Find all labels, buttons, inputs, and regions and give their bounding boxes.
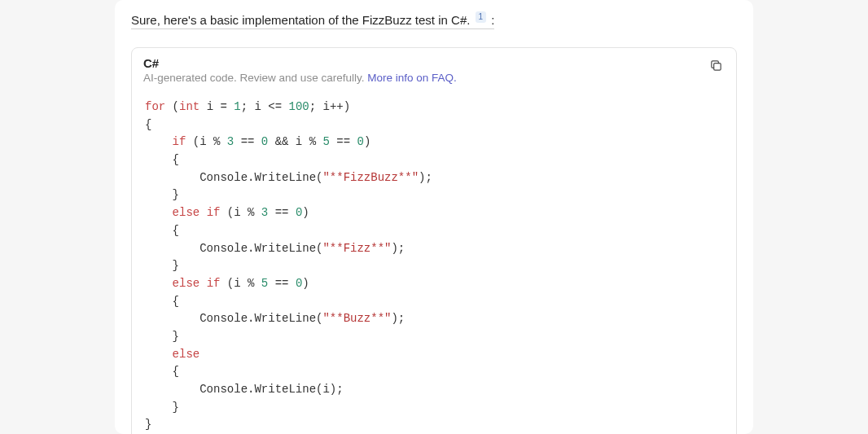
code-line-16: { <box>145 365 179 378</box>
language-label: C# <box>143 56 725 70</box>
code-line-6: } <box>145 188 179 201</box>
footnote-badge[interactable]: 1 <box>476 11 487 23</box>
intro-suffix: : <box>491 13 494 27</box>
code-line-19: } <box>145 418 151 431</box>
code-line-10: } <box>145 259 179 272</box>
copy-icon <box>709 59 723 75</box>
code-disclaimer: AI-generated code. Review and use carefu… <box>143 72 725 84</box>
code-header: C# AI-generated code. Review and use car… <box>132 48 736 90</box>
intro-line-wrap: Sure, here's a basic implementation of t… <box>131 11 737 39</box>
intro-prefix: Sure, here's a basic implementation of t… <box>131 13 470 27</box>
code-line-12: { <box>145 295 179 308</box>
code-block: C# AI-generated code. Review and use car… <box>131 47 737 434</box>
svg-rect-0 <box>713 64 721 71</box>
code-line-9: Console.WriteLine("**Fizz**"); <box>145 242 405 255</box>
code-line-8: { <box>145 224 179 237</box>
code-line-5: Console.WriteLine("**FizzBuzz**"); <box>145 171 432 184</box>
code-line-18: } <box>145 401 179 414</box>
disclaimer-text: AI-generated code. Review and use carefu… <box>143 72 367 84</box>
intro-text: Sure, here's a basic implementation of t… <box>131 11 494 29</box>
code-line-1: for (int i = 1; i <= 100; i++) <box>145 100 350 113</box>
assistant-message: Sure, here's a basic implementation of t… <box>115 0 753 434</box>
code-line-7: else if (i % 3 == 0) <box>145 206 309 219</box>
code-line-11: else if (i % 5 == 0) <box>145 277 309 290</box>
code-line-15: else <box>145 348 199 361</box>
code-line-14: } <box>145 330 179 343</box>
code-line-3: if (i % 3 == 0 && i % 5 == 0) <box>145 135 370 148</box>
code-line-17: Console.WriteLine(i); <box>145 383 344 396</box>
code-body: for (int i = 1; i <= 100; i++) { if (i %… <box>132 90 736 434</box>
code-line-13: Console.WriteLine("**Buzz**"); <box>145 312 405 325</box>
code-line-4: { <box>145 153 179 166</box>
copy-button[interactable] <box>705 56 726 77</box>
faq-link[interactable]: More info on FAQ. <box>367 72 457 84</box>
code-line-2: { <box>145 118 151 131</box>
